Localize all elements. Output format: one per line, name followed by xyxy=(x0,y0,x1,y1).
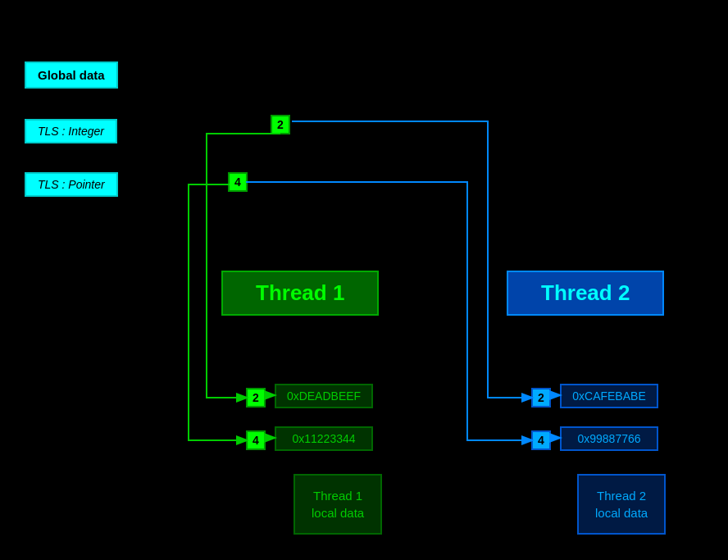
thread1-box: Thread 1 xyxy=(221,271,379,316)
tls-pointer-box: TLS : Pointer xyxy=(25,172,118,197)
tls-integer-box: TLS : Integer xyxy=(25,119,117,143)
thread2-row1-value: 0xCAFEBABE xyxy=(560,384,658,408)
index-2-top: 2 xyxy=(271,115,290,134)
thread1-row1-index: 2 xyxy=(246,388,266,407)
thread2-local-data: Thread 2local data xyxy=(577,474,666,535)
thread2-row2-value: 0x99887766 xyxy=(560,426,658,451)
thread1-row2-index: 4 xyxy=(246,430,266,450)
thread1-row1-value: 0xDEADBEEF xyxy=(275,384,373,408)
thread2-row2-index: 4 xyxy=(531,430,551,450)
thread2-row1-index: 2 xyxy=(531,388,551,407)
thread1-local-data: Thread 1local data xyxy=(293,474,382,535)
global-data-box: Global data xyxy=(25,61,118,89)
index-4-top: 4 xyxy=(228,172,248,192)
thread1-row2-value: 0x11223344 xyxy=(275,426,373,451)
thread2-box: Thread 2 xyxy=(507,271,664,316)
